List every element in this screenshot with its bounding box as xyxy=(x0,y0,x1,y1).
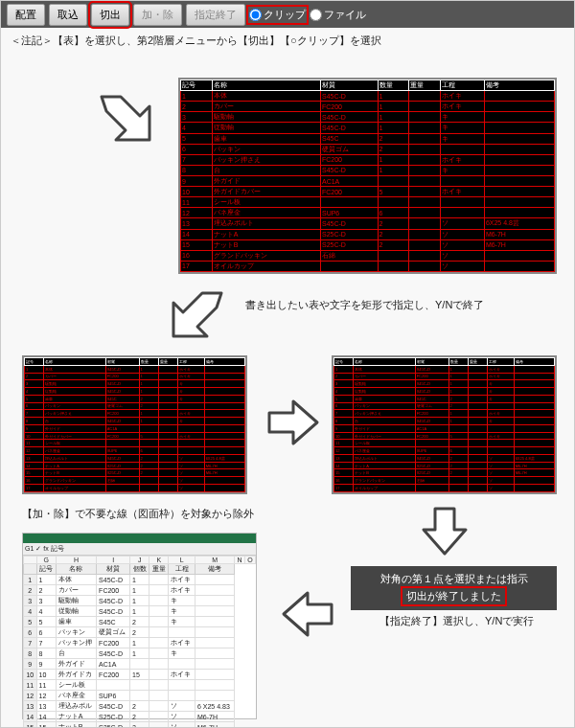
arrow-1 xyxy=(92,87,159,154)
radio-clip-input[interactable] xyxy=(249,9,262,21)
radio-file-label: ファイル xyxy=(324,8,366,22)
caption-1: ＜注記＞【表】を選択し、第2階層メニューから【切出】【○クリップ】を選択 xyxy=(11,34,564,48)
cad-table-left: 記号名称材質数量重量工程備考1本体S45C-D1ホイキ2カバーFC2001ホイキ… xyxy=(22,355,247,494)
radio-clip-label: クリップ xyxy=(264,8,306,22)
step-2-text: 書き出したい表や文字を矩形で指定し、Y/Nで終了 xyxy=(245,298,484,312)
btn-kajo[interactable]: 加・除 xyxy=(133,4,182,26)
step-4-text: 【指定終了】選択し、Y/Nで実行 xyxy=(380,614,534,628)
arrow-5 xyxy=(279,590,336,638)
excel-window: G1 ✓ fx 記号GHIJKLMNO記号名称材質個数重量工程備考11本体S45… xyxy=(22,533,257,719)
arrow-2 xyxy=(164,284,231,351)
arrow-4 xyxy=(421,504,469,557)
radio-clip[interactable]: クリップ xyxy=(249,8,306,22)
radio-file-input[interactable] xyxy=(310,9,322,21)
step-3-text: 【加・除】で不要な線（図面枠）を対象から除外 xyxy=(22,507,254,521)
btn-torikomi[interactable]: 取込 xyxy=(49,4,87,26)
message-line-1: 対角の第１点を選択または指示 xyxy=(358,572,549,586)
cad-table-main: 記号名称材質数量重量工程備考1本体S45C-D1ホイキ2カバーFC2001ホイキ… xyxy=(178,78,557,274)
cad-table-right: 記号名称材質数量重量工程備考1本体S45C-D1ホイキ2カバーFC2001ホイキ… xyxy=(332,355,557,494)
toolbar: 配置 取込 切出 加・除 指定終了 クリップ ファイル xyxy=(1,1,574,28)
radio-file[interactable]: ファイル xyxy=(310,8,366,22)
message-box: 対角の第１点を選択または指示 切出が終了しました xyxy=(351,566,557,610)
arrow-3 xyxy=(264,398,322,446)
btn-kiridashi[interactable]: 切出 xyxy=(91,4,129,26)
btn-haichi[interactable]: 配置 xyxy=(7,4,45,26)
message-line-2: 切出が終了しました xyxy=(402,588,505,604)
btn-shitei-shuryo[interactable]: 指定終了 xyxy=(186,4,245,26)
